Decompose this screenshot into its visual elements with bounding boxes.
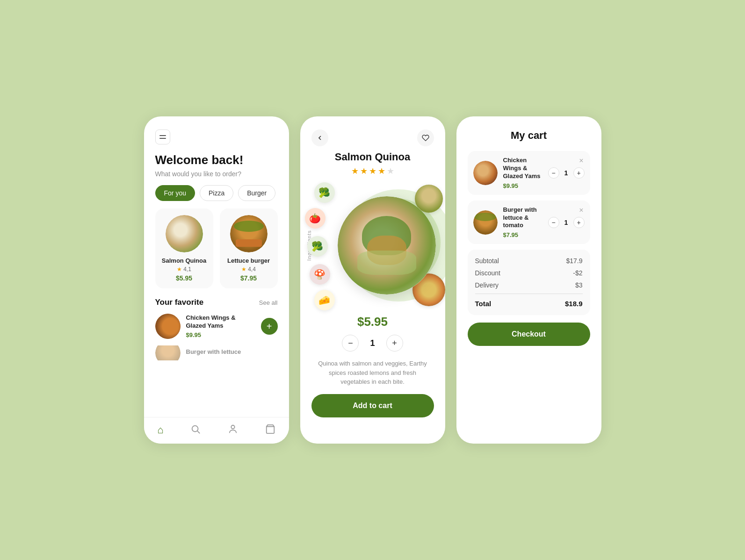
lettuce-burger-name: Lettuce burger bbox=[227, 257, 270, 264]
wings-image bbox=[155, 314, 181, 339]
burger-partial-image bbox=[155, 345, 181, 360]
star-3: ★ bbox=[369, 166, 376, 176]
filter-for-you[interactable]: For you bbox=[155, 185, 195, 201]
ingredient-4: 🍄 bbox=[310, 264, 330, 285]
burger-increment[interactable]: + bbox=[573, 217, 585, 228]
decrement-button[interactable]: − bbox=[342, 335, 359, 352]
burger-remove-button[interactable]: × bbox=[579, 206, 583, 215]
screen-home: Welcome back! What would you like to ord… bbox=[144, 116, 289, 444]
screen-detail: Salmon Quinoa ★ ★ ★ ★ ★ Ingredients 🥦 🍅 … bbox=[300, 116, 445, 444]
lettuce-burger-price: $7.95 bbox=[240, 274, 257, 282]
delivery-label: Delivery bbox=[475, 281, 499, 289]
wings-increment[interactable]: + bbox=[573, 167, 585, 179]
profile-icon bbox=[228, 424, 238, 437]
wings-remove-button[interactable]: × bbox=[579, 157, 583, 165]
star-1: ★ bbox=[351, 166, 359, 176]
bottom-nav: ⌂ bbox=[144, 417, 289, 444]
wings-info: Chicken Wings & Glazed Yams $9.95 bbox=[186, 314, 255, 339]
cart-item-burger: Burger with lettuce & tomato $7.95 − 1 +… bbox=[468, 201, 590, 244]
card-salmon-quinoa[interactable]: Salmon Quinoa ★ 4,1 $5.95 bbox=[155, 208, 213, 288]
wings-cart-info: Chicken Wings & Glazed Yams $9.95 bbox=[503, 157, 542, 189]
wings-decrement[interactable]: − bbox=[548, 167, 559, 179]
detail-price: $5.95 bbox=[300, 311, 445, 329]
card-lettuce-burger[interactable]: Lettuce burger ★ 4,4 $7.95 bbox=[220, 208, 278, 288]
salmon-quinoa-name: Salmon Quinoa bbox=[162, 257, 206, 264]
greeting-subtitle: What would you like to order? bbox=[155, 170, 278, 178]
greeting-section: Welcome back! What would you like to ord… bbox=[144, 144, 289, 178]
home-icon: ⌂ bbox=[157, 424, 163, 436]
ingredient-5: 🧀 bbox=[314, 290, 335, 310]
delivery-row: Delivery $3 bbox=[475, 281, 583, 289]
detail-topbar bbox=[300, 116, 445, 146]
wings-name: Chicken Wings & Glazed Yams bbox=[186, 314, 255, 330]
screen-cart: My cart Chicken Wings & Glazed Yams $9.9… bbox=[456, 116, 601, 444]
add-wings-button[interactable]: + bbox=[261, 318, 278, 335]
add-to-cart-button[interactable]: Add to cart bbox=[311, 394, 434, 417]
subtotal-row: Subtotal $17.9 bbox=[475, 257, 583, 265]
ingredient-1: 🥦 bbox=[314, 182, 335, 203]
subtotal-value: $17.9 bbox=[566, 257, 582, 265]
increment-button[interactable]: + bbox=[386, 335, 403, 352]
burger-quantity: 1 bbox=[563, 219, 570, 226]
star-icon: ★ bbox=[241, 266, 246, 273]
nav-search[interactable] bbox=[190, 424, 201, 437]
burger-partial-name: Burger with lettuce bbox=[186, 348, 278, 356]
wings-cart-name: Chicken Wings & Glazed Yams bbox=[503, 157, 542, 180]
filter-burger[interactable]: Burger bbox=[238, 185, 275, 201]
salmon-quinoa-price: $5.95 bbox=[176, 274, 192, 282]
detail-description: Quinoa with salmon and veggies, Earthy s… bbox=[300, 357, 445, 394]
wings-cart-price: $9.95 bbox=[503, 182, 542, 189]
salmon-quinoa-image bbox=[166, 215, 203, 252]
wings-quantity: 1 bbox=[563, 169, 570, 177]
quantity-control: − 1 + bbox=[300, 329, 445, 357]
nav-profile[interactable] bbox=[228, 424, 238, 437]
burger-controls: − 1 + bbox=[548, 217, 585, 228]
salmon-quinoa-rating: ★ 4,1 bbox=[177, 266, 191, 273]
burger-partial-info: Burger with lettuce bbox=[186, 348, 278, 358]
discount-row: Discount -$2 bbox=[475, 269, 583, 277]
wings-cart-image bbox=[473, 161, 498, 185]
burger-cart-image bbox=[473, 210, 498, 235]
menu-button[interactable] bbox=[155, 129, 170, 144]
cart-title: My cart bbox=[468, 129, 590, 142]
burger-cart-info: Burger with lettuce & tomato $7.95 bbox=[503, 206, 542, 239]
quantity-value: 1 bbox=[370, 338, 375, 348]
delivery-value: $3 bbox=[575, 281, 583, 289]
total-label: Total bbox=[475, 300, 492, 308]
favorites-title: Your favorite bbox=[155, 298, 204, 307]
lettuce-burger-image bbox=[230, 215, 268, 252]
favorites-section: Your favorite See all Chicken Wings & Gl… bbox=[144, 288, 289, 360]
burger-decrement[interactable]: − bbox=[548, 217, 559, 228]
discount-value: -$2 bbox=[573, 269, 582, 277]
total-value: $18.9 bbox=[565, 300, 583, 308]
see-all-button[interactable]: See all bbox=[259, 299, 278, 306]
subtotal-label: Subtotal bbox=[475, 257, 499, 265]
svg-line-1 bbox=[197, 431, 200, 433]
favorite-item-burger-partial: Burger with lettuce bbox=[155, 345, 278, 360]
wings-controls: − 1 + bbox=[548, 167, 585, 179]
filter-pizza[interactable]: Pizza bbox=[200, 185, 233, 201]
back-button[interactable] bbox=[311, 129, 328, 146]
detail-title: Salmon Quinoa bbox=[300, 146, 445, 163]
food-cards-row: Salmon Quinoa ★ 4,1 $5.95 Lettuce burger… bbox=[144, 208, 289, 288]
star-2: ★ bbox=[360, 166, 368, 176]
wings-price: $9.95 bbox=[186, 331, 255, 338]
nav-home[interactable]: ⌂ bbox=[157, 424, 163, 437]
order-summary: Subtotal $17.9 Discount -$2 Delivery $3 … bbox=[468, 250, 590, 315]
star-4: ★ bbox=[378, 166, 385, 176]
svg-point-2 bbox=[231, 425, 234, 429]
filter-row: For you Pizza Burger bbox=[144, 178, 289, 208]
favorite-button[interactable] bbox=[417, 129, 434, 146]
cart-item-wings: Chicken Wings & Glazed Yams $9.95 − 1 + … bbox=[468, 151, 590, 195]
ingredient-3: 🥦 bbox=[307, 236, 328, 257]
burger-cart-price: $7.95 bbox=[503, 231, 542, 238]
svg-point-0 bbox=[192, 426, 198, 432]
checkout-button[interactable]: Checkout bbox=[468, 323, 590, 346]
star-icon: ★ bbox=[177, 266, 182, 273]
favorite-item-wings[interactable]: Chicken Wings & Glazed Yams $9.95 + bbox=[155, 314, 278, 339]
cart-icon bbox=[265, 424, 275, 437]
total-row: Total $18.9 bbox=[475, 294, 583, 308]
nav-cart[interactable] bbox=[265, 424, 275, 437]
search-icon bbox=[190, 424, 201, 437]
detail-stars: ★ ★ ★ ★ ★ bbox=[300, 163, 445, 176]
